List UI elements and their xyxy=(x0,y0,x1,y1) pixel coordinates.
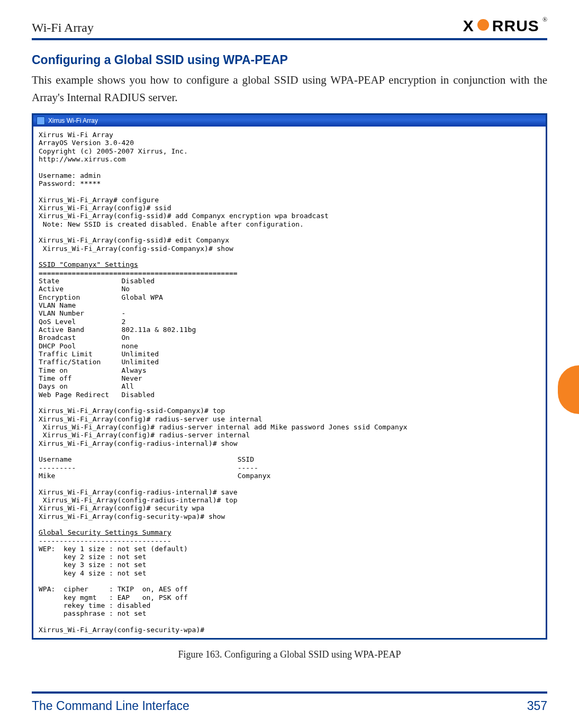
page-number: 357 xyxy=(527,699,547,713)
section-body: This example shows you how to configure … xyxy=(32,71,547,106)
terminal-titlebar: Xirrus Wi-Fi Array xyxy=(33,115,546,127)
window-icon xyxy=(37,116,45,125)
brand-logo: X RRUS ® xyxy=(463,17,547,35)
logo-text-right: RRUS xyxy=(492,17,539,35)
chapter-thumb-tab xyxy=(558,365,579,414)
footer-section-title: The Command Line Interface xyxy=(32,699,189,713)
terminal-output: Xirrus Wi-Fi Array ArrayOS Version 3.0-4… xyxy=(33,127,546,638)
figure-caption: Figure 163. Configuring a Global SSID us… xyxy=(32,649,547,660)
logo-dot-icon xyxy=(477,19,489,31)
footer-rule xyxy=(32,691,547,694)
terminal-title: Xirrus Wi-Fi Array xyxy=(48,117,98,124)
logo-text-left: X xyxy=(463,17,474,35)
section-heading: Configuring a Global SSID using WPA-PEAP xyxy=(32,53,547,67)
registered-mark: ® xyxy=(542,16,547,24)
header-rule xyxy=(32,38,547,40)
running-head: Wi-Fi Array xyxy=(32,21,94,35)
terminal-window: Xirrus Wi-Fi Array Xirrus Wi-Fi Array Ar… xyxy=(32,113,547,640)
